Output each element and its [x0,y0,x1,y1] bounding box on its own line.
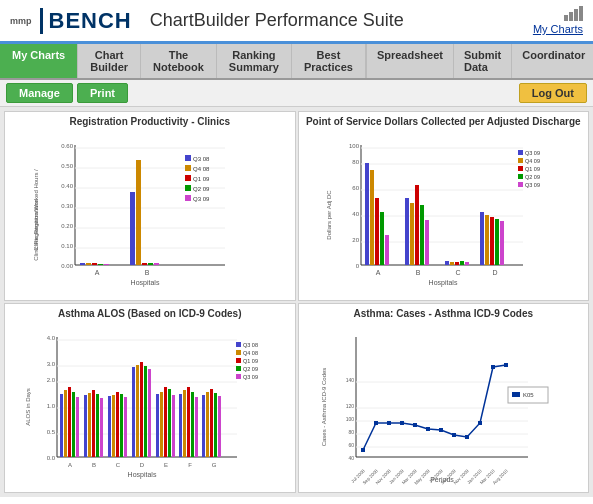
svg-text:0.40: 0.40 [61,183,73,189]
svg-text:Dollars per Adj DC: Dollars per Adj DC [326,190,332,240]
svg-text:40: 40 [353,211,360,217]
nav-chart-builder[interactable]: ChartBuilder [78,44,141,78]
svg-rect-105 [68,387,71,457]
svg-rect-72 [495,219,499,265]
svg-rect-73 [500,221,504,265]
svg-text:ALOS in Days: ALOS in Days [25,388,31,426]
svg-text:Q1 09: Q1 09 [193,176,210,182]
svg-text:Q3 09: Q3 09 [525,182,540,188]
svg-rect-152 [236,366,241,371]
svg-rect-107 [76,397,79,457]
svg-text:Q1 09: Q1 09 [525,166,540,172]
svg-rect-59 [405,198,409,265]
svg-rect-123 [156,394,159,457]
svg-rect-71 [490,217,494,265]
nav-right: Spreadsheet Submit Data Coordinator Admi… [366,44,593,78]
svg-text:80: 80 [353,159,360,165]
svg-text:D: D [493,269,498,276]
nav-my-charts[interactable]: My Charts [0,44,78,78]
chart-panel-2: Point of Service Dollars Collected per A… [298,111,590,301]
logout-button[interactable]: Log Out [519,83,587,103]
nav-submit-data[interactable]: Submit Data [453,44,511,78]
action-left: Manage Print [6,83,128,103]
svg-text:Hospitals: Hospitals [130,279,159,287]
svg-rect-126 [168,389,171,457]
svg-text:Hospitals: Hospitals [429,279,458,287]
chart-panel-4: Asthma: Cases - Asthma ICD-9 Codes Cases… [298,303,590,493]
svg-rect-125 [164,387,167,457]
svg-rect-136 [214,393,217,457]
svg-text:B: B [416,269,421,276]
svg-text:Q2 09: Q2 09 [193,186,210,192]
svg-text:A: A [68,462,72,468]
svg-rect-128 [179,394,182,457]
svg-rect-132 [195,397,198,457]
svg-text:0: 0 [356,263,360,269]
svg-rect-173 [400,421,404,425]
logo-area: mmp BENCH ChartBuilder Performance Suite [10,8,404,34]
chart-svg-3: ALOS in Days 0.0 0.5 1.0 2.0 3.0 4.0 [22,327,277,482]
svg-text:0.10: 0.10 [61,243,73,249]
nav-coordinator[interactable]: Coordinator [511,44,593,78]
svg-rect-67 [460,261,464,265]
svg-text:Hospitals: Hospitals [128,471,157,479]
print-button[interactable]: Print [77,83,128,103]
nav-ranking[interactable]: RankingSummary [217,44,292,78]
svg-text:Periods: Periods [430,476,454,483]
svg-rect-106 [72,392,75,457]
svg-rect-18 [86,263,91,265]
svg-rect-174 [413,423,417,427]
svg-rect-180 [491,365,495,369]
bar-icon-2 [569,12,573,21]
svg-rect-24 [142,263,147,265]
svg-text:Cases - Asthma ICD-9 Codes: Cases - Asthma ICD-9 Codes [321,368,327,447]
svg-rect-120 [140,362,143,457]
svg-text:Clinic Registrations: Clinic Registrations [33,199,39,250]
bar-icon-4 [579,6,583,21]
svg-text:0.60: 0.60 [61,143,73,149]
svg-text:2.0: 2.0 [47,377,56,383]
svg-rect-25 [148,263,153,265]
svg-rect-116 [120,394,123,457]
svg-text:Q3 08: Q3 08 [193,156,210,162]
svg-rect-66 [455,262,459,265]
svg-rect-69 [480,212,484,265]
my-charts-link[interactable]: My Charts [533,23,583,35]
svg-text:A: A [94,269,99,276]
svg-rect-118 [132,367,135,457]
svg-text:C: C [116,462,121,468]
chart-area-2: Dollars per Adj DC 0 20 40 60 80 100 [303,129,585,296]
svg-text:Q3 09: Q3 09 [193,196,210,202]
svg-rect-30 [185,155,191,161]
charts-grid: Registration Productivity - Clinics Clin… [0,107,593,497]
svg-rect-178 [465,435,469,439]
chart-icon-area [564,6,583,21]
svg-text:1.0: 1.0 [47,403,56,409]
svg-rect-81 [518,158,523,163]
svg-rect-122 [148,369,151,457]
svg-rect-154 [236,374,241,379]
nav-spreadsheet[interactable]: Spreadsheet [366,44,453,78]
app-title: ChartBuilder Performance Suite [150,10,404,31]
svg-text:G: G [212,462,217,468]
action-bar: Manage Print Log Out [0,80,593,107]
svg-rect-79 [518,150,523,155]
nav-best-practices[interactable]: BestPractices [292,44,366,78]
svg-rect-85 [518,174,523,179]
chart-title-3: Asthma ALOS (Based on ICD-9 Codes) [58,308,242,319]
nav-notebook[interactable]: TheNotebook [141,44,217,78]
manage-button[interactable]: Manage [6,83,73,103]
svg-rect-83 [518,166,523,171]
svg-rect-146 [236,342,241,347]
svg-text:0.30: 0.30 [61,203,73,209]
svg-text:C: C [456,269,461,276]
chart-title-4: Asthma: Cases - Asthma ICD-9 Codes [353,308,533,319]
svg-text:A: A [376,269,381,276]
svg-rect-115 [116,392,119,457]
svg-text:140: 140 [346,377,355,383]
svg-text:D: D [140,462,145,468]
bench-logo: BENCH [40,8,132,34]
svg-rect-170 [361,448,365,452]
svg-rect-62 [420,205,424,265]
svg-text:60: 60 [349,442,355,448]
